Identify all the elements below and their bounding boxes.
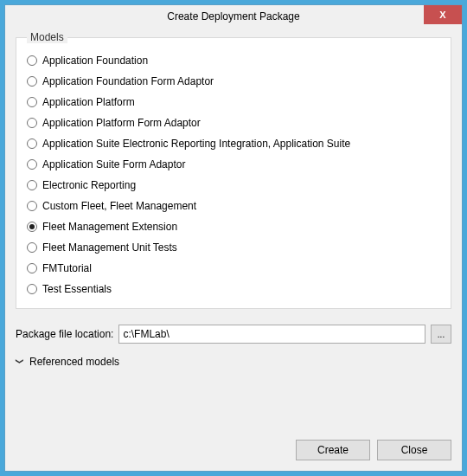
- dialog-content: Models Application FoundationApplication…: [5, 28, 462, 471]
- model-option-label: Application Platform Form Adaptor: [42, 117, 201, 129]
- model-option-label: Fleet Management Extension: [42, 221, 177, 233]
- model-option[interactable]: Application Foundation: [27, 50, 440, 71]
- create-button[interactable]: Create: [296, 440, 370, 460]
- model-option-label: Application Foundation: [42, 55, 148, 67]
- radio-icon[interactable]: [27, 242, 37, 253]
- close-icon[interactable]: X: [424, 5, 462, 24]
- model-option-label: Application Foundation Form Adaptor: [42, 75, 214, 87]
- button-row: Create Close: [16, 422, 451, 460]
- browse-button[interactable]: ...: [431, 325, 451, 344]
- model-option[interactable]: Application Foundation Form Adaptor: [27, 71, 440, 92]
- location-row: Package file location: ...: [16, 325, 451, 344]
- model-option[interactable]: Electronic Reporting: [27, 175, 440, 196]
- title-bar: Create Deployment Package X: [5, 5, 462, 28]
- location-input[interactable]: [118, 325, 425, 344]
- model-option-label: Custom Fleet, Fleet Management: [42, 200, 196, 212]
- radio-icon[interactable]: [27, 159, 37, 170]
- model-option[interactable]: Custom Fleet, Fleet Management: [27, 196, 440, 216]
- radio-icon[interactable]: [27, 180, 37, 190]
- referenced-models-expander[interactable]: ❯ Referenced models: [16, 356, 451, 368]
- radio-icon[interactable]: [27, 284, 37, 294]
- model-option-label: Test Essentials: [42, 283, 112, 295]
- chevron-down-icon: ❯: [16, 358, 24, 366]
- window-title: Create Deployment Package: [5, 10, 462, 23]
- model-option[interactable]: Application Suite Electronic Reporting I…: [27, 133, 440, 154]
- model-option[interactable]: Test Essentials: [27, 279, 440, 299]
- model-option[interactable]: Fleet Management Unit Tests: [27, 237, 440, 258]
- radio-icon[interactable]: [27, 201, 37, 211]
- models-legend: Models: [27, 31, 67, 43]
- model-option-label: Application Suite Electronic Reporting I…: [42, 138, 350, 150]
- model-option-label: FMTutorial: [42, 262, 92, 274]
- model-option-label: Fleet Management Unit Tests: [42, 241, 177, 254]
- radio-icon[interactable]: [27, 76, 37, 87]
- model-option[interactable]: Application Platform: [27, 92, 440, 113]
- radio-icon[interactable]: [27, 55, 37, 66]
- model-option-label: Application Suite Form Adaptor: [42, 158, 185, 170]
- radio-icon[interactable]: [27, 263, 37, 273]
- radio-icon[interactable]: [27, 118, 37, 128]
- model-option-label: Application Platform: [42, 96, 135, 108]
- close-button[interactable]: Close: [377, 440, 451, 460]
- model-option[interactable]: Application Suite Form Adaptor: [27, 154, 440, 175]
- radio-icon[interactable]: [27, 222, 37, 232]
- dialog-window: Create Deployment Package X Models Appli…: [4, 4, 463, 472]
- referenced-models-label: Referenced models: [29, 356, 119, 368]
- model-option[interactable]: Application Platform Form Adaptor: [27, 113, 440, 133]
- radio-icon[interactable]: [27, 138, 37, 149]
- model-option[interactable]: Fleet Management Extension: [27, 216, 440, 237]
- model-option[interactable]: FMTutorial: [27, 258, 440, 279]
- model-option-label: Electronic Reporting: [42, 179, 136, 191]
- radio-icon[interactable]: [27, 97, 37, 107]
- location-label: Package file location:: [16, 328, 113, 340]
- models-group: Models Application FoundationApplication…: [16, 31, 451, 309]
